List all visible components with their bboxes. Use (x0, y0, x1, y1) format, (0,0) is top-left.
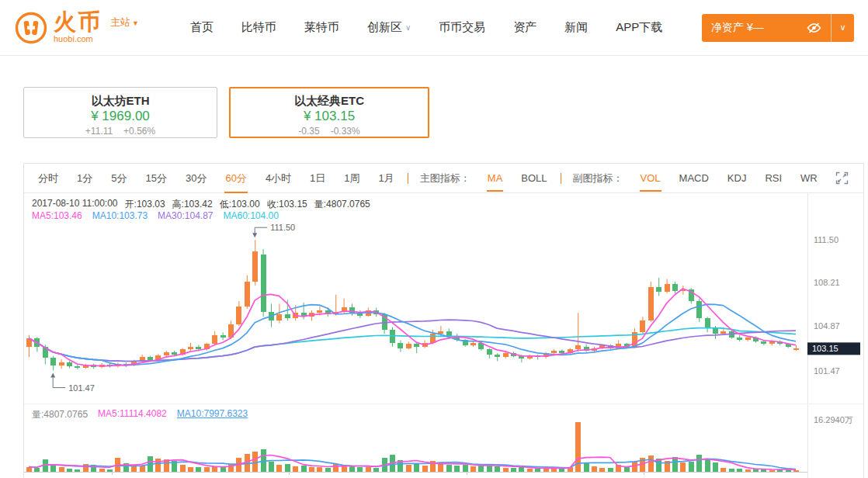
ma10-value: MA10:103.73 (92, 210, 148, 221)
period-tab[interactable]: 30分 (185, 164, 207, 193)
fullscreen-icon (835, 171, 849, 185)
nav-app-download[interactable]: APP下载 (616, 20, 662, 35)
ticker-price: ¥ 103.15 (231, 108, 428, 124)
ticker-name: 以太坊ETH (24, 94, 217, 107)
sub-indicator-label: 副图指标： (573, 171, 623, 185)
svg-text:104.87: 104.87 (814, 321, 840, 331)
kline-canvas: 111.50108.21104.87101.4716.2940万103.1511… (24, 193, 863, 478)
indicator-wr[interactable]: WR (800, 165, 818, 192)
period-tab[interactable]: 分时 (37, 164, 59, 193)
svg-text:111.50: 111.50 (270, 223, 295, 232)
nav-innovation[interactable]: 创新区∨ (367, 20, 411, 35)
svg-text:108.21: 108.21 (814, 278, 840, 287)
ticker-card-etc[interactable]: 以太经典ETC ¥ 103.15 -0.35-0.33% (229, 87, 429, 138)
volume-ma10: MA10:7997.6323 (177, 408, 248, 421)
svg-text:101.47: 101.47 (814, 366, 840, 376)
volume-readout: 量:4807.0765 MA5:11114.4082 MA10:7997.632… (32, 408, 248, 421)
volume-ma5: MA5:11114.4082 (98, 408, 167, 421)
top-nav: 火币 huobi.com 主站▼ 首页 比特币 莱特币 创新区∨ 币币交易 资产… (0, 0, 868, 56)
open-value: 开:103.03 (125, 198, 165, 211)
period-tab[interactable]: 1日 (309, 164, 326, 193)
period-tab[interactable]: 1分 (76, 164, 93, 193)
main-nav: 首页 比特币 莱特币 创新区∨ 币币交易 资产 新闻 APP下载 (190, 20, 662, 35)
chart-toolbar: 分时 1分 5分 15分 30分 60分 4小时 1日 1周 1月 主图指标： … (24, 164, 863, 193)
ma30-value: MA30:104.87 (158, 210, 213, 221)
ticker-change: +11.11 (85, 126, 113, 137)
ticker-cards: 以太坊ETH ¥ 1969.00 +11.11+0.56% 以太经典ETC ¥ … (23, 87, 429, 138)
svg-text:101.47: 101.47 (68, 383, 95, 393)
brand-name: 火币 (54, 11, 102, 33)
svg-text:111.50: 111.50 (814, 235, 838, 244)
close-value: 收:103.15 (267, 198, 307, 211)
period-tab[interactable]: 1月 (378, 164, 395, 193)
ohlc-readout: 2017-08-10 11:00:00 开:103.03 高:103.42 低:… (32, 198, 370, 211)
indicator-kdj[interactable]: KDJ (727, 165, 748, 192)
ma5-value: MA5:103.46 (32, 210, 82, 221)
ticker-change-pct: +0.56% (123, 126, 155, 137)
volume-value: 量:4807.0765 (314, 198, 370, 211)
period-tab[interactable]: 1周 (343, 164, 360, 193)
indicator-boll[interactable]: BOLL (520, 165, 547, 192)
indicator-ma[interactable]: MA (487, 165, 504, 192)
ma60-value: MA60:104.00 (224, 210, 279, 221)
asset-dropdown-toggle[interactable]: ∨ (832, 14, 854, 42)
nav-assets[interactable]: 资产 (513, 20, 536, 35)
ma-readout: MA5:103.46 MA10:103.73 MA30:104.87 MA60:… (32, 210, 279, 221)
kline-chart[interactable]: 111.50108.21104.87101.4716.2940万103.1511… (24, 193, 863, 478)
ticker-price: ¥ 1969.00 (24, 108, 217, 124)
nav-exchange[interactable]: 币币交易 (439, 20, 485, 35)
cursor-datetime: 2017-08-10 11:00:00 (32, 198, 118, 211)
toolbar-divider (561, 173, 561, 184)
ticker-name: 以太经典ETC (231, 94, 428, 107)
brand-domain: huobi.com (54, 35, 102, 43)
kline-widget: 分时 1分 5分 15分 30分 60分 4小时 1日 1周 1月 主图指标： … (23, 163, 864, 478)
indicator-rsi[interactable]: RSI (764, 165, 783, 192)
net-asset-button[interactable]: 净资产 ¥— ∨ (702, 14, 854, 42)
nav-ltc[interactable]: 莱特币 (304, 20, 339, 35)
period-tab[interactable]: 15分 (144, 164, 167, 193)
indicator-vol[interactable]: VOL (640, 165, 661, 192)
period-tab-active[interactable]: 60分 (224, 164, 247, 193)
low-value: 低:103.00 (220, 198, 260, 211)
net-asset-label: 净资产 ¥— (711, 21, 764, 35)
volume-current: 量:4807.0765 (32, 408, 88, 421)
period-tab[interactable]: 5分 (110, 164, 127, 193)
fullscreen-button[interactable] (835, 171, 849, 185)
nav-news[interactable]: 新闻 (564, 20, 588, 35)
dropdown-caret-icon: ▼ (132, 19, 139, 27)
site-switcher[interactable]: 主站▼ (110, 16, 139, 29)
svg-text:16.2940万: 16.2940万 (814, 415, 853, 424)
chevron-down-icon: ∨ (405, 23, 411, 32)
chevron-down-icon: ∨ (839, 23, 845, 33)
toolbar-divider (408, 173, 408, 184)
main-indicator-label: 主图指标： (420, 171, 470, 185)
svg-text:103.15: 103.15 (812, 344, 838, 353)
ticker-change-pct: -0.33% (331, 126, 360, 137)
ticker-card-eth[interactable]: 以太坊ETH ¥ 1969.00 +11.11+0.56% (23, 87, 217, 138)
huobi-flame-icon (14, 11, 48, 45)
nav-home[interactable]: 首页 (190, 20, 214, 35)
nav-btc[interactable]: 比特币 (241, 20, 276, 35)
indicator-macd[interactable]: MACD (679, 165, 710, 192)
high-value: 高:103.42 (172, 198, 213, 211)
huobi-logo[interactable]: 火币 huobi.com 主站▼ (14, 11, 139, 45)
ticker-change: -0.35 (298, 126, 319, 137)
period-tab[interactable]: 4小时 (265, 164, 292, 193)
eye-hidden-icon (807, 22, 821, 34)
